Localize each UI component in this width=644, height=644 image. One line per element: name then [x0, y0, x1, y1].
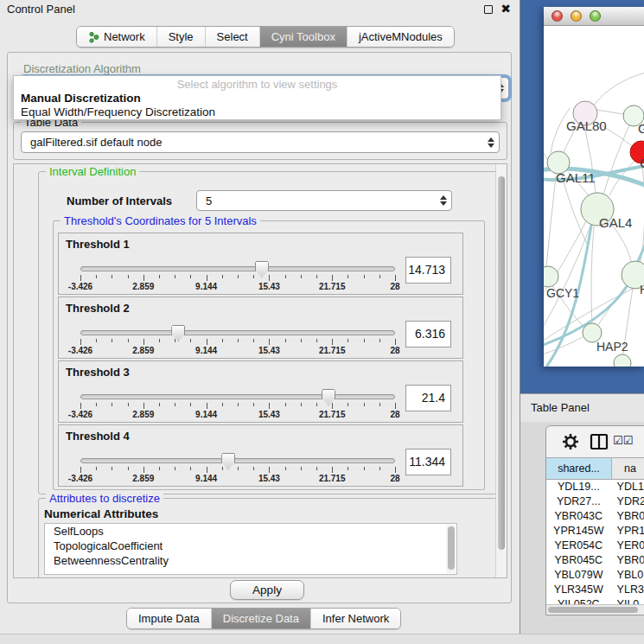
network-edge[interactable] — [603, 125, 629, 194]
tab-label: Infer Network — [322, 612, 389, 625]
table-row[interactable]: YLR345WYLR3 — [546, 583, 644, 597]
network-canvas[interactable]: GAL80GACGAL11GAL4GCY1HHAP2 — [544, 26, 644, 367]
float-window-icon[interactable] — [484, 5, 493, 14]
columns-icon[interactable] — [590, 433, 609, 450]
tick-label: -3.426 — [68, 474, 92, 483]
gear-icon[interactable] — [562, 433, 579, 450]
tick-label: 28 — [390, 474, 399, 483]
table-toolbar: ☑☑ — [546, 426, 644, 457]
network-edge[interactable] — [594, 73, 644, 105]
table-horizontal-scrollbar[interactable] — [546, 604, 644, 615]
table-data-combobox[interactable]: galFiltered.sif default node — [21, 131, 500, 153]
close-icon[interactable]: ✖ — [501, 2, 511, 16]
table-row[interactable]: YBR043CYBR0 — [546, 509, 644, 524]
algorithm-option-manual-discretization[interactable]: Manual Discretization — [21, 92, 141, 105]
cell-name: YLR3 — [611, 583, 644, 597]
mac-close-button[interactable] — [552, 10, 563, 22]
tick-label: 15.43 — [258, 346, 280, 355]
threshold-value-field[interactable]: 21.4 — [405, 385, 451, 411]
tab-label: Cyni Toolbox — [271, 30, 335, 43]
slider-ticks — [80, 275, 395, 282]
tick-label: 21.715 — [319, 410, 346, 419]
tick-label: 28 — [390, 282, 399, 291]
column-header-name[interactable]: na — [612, 458, 644, 479]
tick-label: -3.426 — [68, 346, 92, 355]
tab-label: Network — [104, 30, 145, 43]
combo-stepper-icon — [440, 195, 447, 206]
cell-shared-name: YER054C — [546, 539, 611, 553]
network-edge[interactable] — [591, 226, 594, 323]
tick-label: 28 — [390, 410, 399, 419]
slider-tick-labels: -3.4262.8599.14415.4321.71528 — [80, 410, 395, 420]
tick-label: -3.426 — [68, 282, 92, 291]
threshold-value-field[interactable]: 11.344 — [405, 449, 451, 475]
attribute-item-selfloops[interactable]: SelfLoops — [45, 524, 456, 539]
settings-scroll-pane: Interval Definition Number of Intervals … — [13, 163, 507, 578]
cell-name: YDL1 — [611, 480, 644, 494]
combo-stepper-icon — [488, 137, 494, 148]
tab-select[interactable]: Select — [205, 27, 259, 47]
apply-button[interactable]: Apply — [230, 580, 304, 600]
cell-name: YBR0 — [611, 509, 644, 524]
tick-label: 21.715 — [319, 282, 346, 291]
tick-label: 21.715 — [319, 346, 346, 355]
threshold-slider-track[interactable] — [80, 266, 395, 271]
thresholds-group: Threshold's Coordinates for 5 Intervals … — [53, 220, 485, 490]
attribute-item-betweennesscentrality[interactable]: BetweennessCentrality — [45, 553, 456, 568]
attribute-item-topologicalcoefficient[interactable]: TopologicalCoefficient — [45, 539, 456, 553]
control-panel-tabs: NetworkStyleSelectCyni ToolboxjActiveMNo… — [76, 26, 455, 48]
table-row[interactable]: YBL079WYBL0 — [546, 568, 644, 583]
tick-label: 2.859 — [132, 346, 154, 355]
threshold-value-field[interactable]: 14.713 — [405, 257, 451, 284]
number-of-intervals-combobox[interactable]: 5 — [196, 190, 452, 211]
network-node[interactable] — [614, 354, 631, 367]
interval-definition-group: Interval Definition Number of Intervals … — [38, 171, 498, 494]
mac-minimize-button[interactable] — [571, 10, 582, 22]
table-row[interactable]: YDL19...YDL1 — [546, 480, 644, 494]
settings-vertical-scrollbar[interactable] — [495, 164, 507, 577]
tab-infer-network[interactable]: Infer Network — [310, 609, 400, 628]
threshold-slider-track[interactable] — [80, 394, 395, 399]
thresholds-group-title: Threshold's Coordinates for 5 Intervals — [61, 214, 260, 227]
cell-name: YBL0 — [611, 568, 644, 583]
tab-cyni-toolbox[interactable]: Cyni Toolbox — [259, 27, 347, 47]
network-edge[interactable] — [546, 176, 556, 266]
attributes-list-scrollbar[interactable] — [446, 525, 456, 573]
threshold-slider-track[interactable] — [80, 458, 395, 463]
tick-label: 2.859 — [132, 410, 154, 419]
tick-label: 9.144 — [195, 410, 217, 419]
threshold-value-field[interactable]: 6.316 — [405, 321, 451, 348]
cell-shared-name: YBR045C — [546, 553, 611, 568]
tab-style[interactable]: Style — [156, 27, 205, 47]
checked-checkbox-icons[interactable]: ☑☑ — [613, 434, 633, 447]
network-edge[interactable] — [544, 148, 548, 160]
algorithm-option-equal-width-frequency-discretization[interactable]: Equal Width/Frequency Discretization — [21, 105, 215, 118]
tick-label: 15.43 — [258, 282, 280, 291]
tab-label: Select — [217, 30, 248, 43]
interval-definition-group-title: Interval Definition — [46, 165, 139, 178]
threshold-slider-track[interactable] — [80, 330, 395, 335]
table-row[interactable]: YPR145WYPR1 — [546, 524, 644, 539]
network-node-gcy1[interactable] — [544, 266, 558, 287]
slider-tick-labels: -3.4262.8599.14415.4321.71528 — [80, 474, 395, 484]
tab-discretize-data[interactable]: Discretize Data — [211, 609, 310, 628]
tab-network[interactable]: Network — [77, 27, 156, 47]
network-edge[interactable] — [596, 110, 623, 114]
table-row[interactable]: YER054CYER0 — [546, 539, 644, 553]
column-header-shared[interactable]: shared... — [546, 458, 612, 479]
algorithm-hint-option[interactable]: Select algorithm to view settings — [14, 78, 501, 91]
numerical-attributes-list[interactable]: SelfLoopsTopologicalCoefficientBetweenne… — [44, 523, 457, 575]
threshold-panel-4: Threshold 4-3.4262.8599.14415.4321.71528… — [58, 424, 463, 487]
tab-jactivemnodules[interactable]: jActiveMNodules — [347, 27, 454, 47]
threshold-label: Threshold 3 — [66, 366, 130, 379]
table-row[interactable]: YBR045CYBR0 — [546, 553, 644, 568]
cyni-bottom-tabs: Impute DataDiscretize DataInfer Network — [126, 608, 401, 629]
network-node-label: GAL4 — [599, 215, 632, 230]
network-node-label: H — [640, 283, 644, 296]
network-node-label: GCY1 — [546, 286, 579, 300]
cell-name: YBR0 — [611, 553, 644, 568]
table-row[interactable]: YDR27...YDR2 — [546, 494, 644, 509]
mac-zoom-button[interactable] — [590, 10, 601, 22]
tab-impute-data[interactable]: Impute Data — [127, 609, 211, 628]
slider-ticks — [80, 339, 395, 346]
